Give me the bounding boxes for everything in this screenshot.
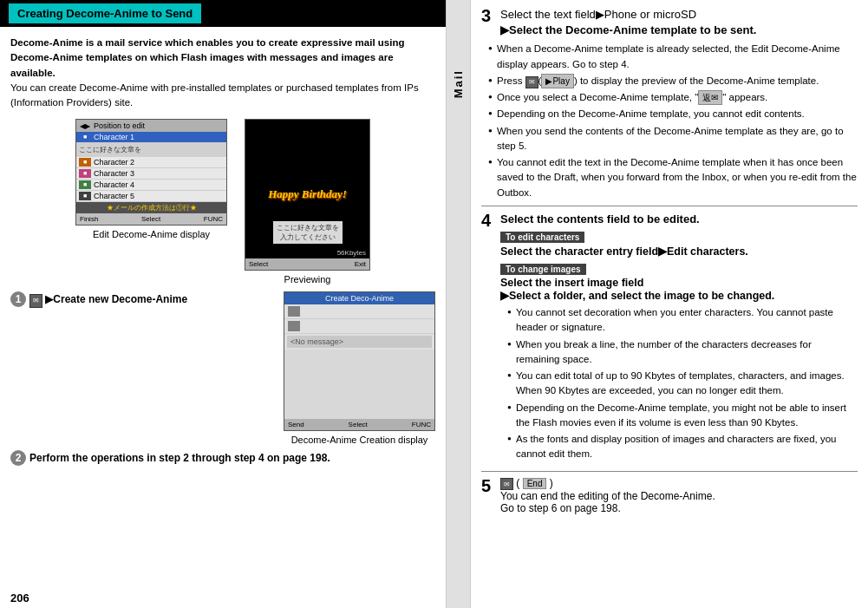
step2-content: Perform the operations in step 2 through… (29, 450, 435, 466)
preview-screen: Happy Birthday! ここに好きな文章を入力してください 56Kbyt… (245, 119, 370, 271)
bullet-item: When a Decome-Anime template is already … (488, 42, 858, 72)
deco-header: Create Deco-Anime (284, 292, 434, 304)
step4-section: 4 Select the contents field to be edited… (481, 212, 858, 467)
deco-screen: Create Deco-Anime <No message> Send (284, 291, 435, 431)
bullet-item: When you send the contents of the Decome… (488, 124, 858, 154)
step1-section: 1 ✉ ▶Create new Decome-Anime Create Deco… (10, 291, 435, 445)
bullet-item: You cannot set decoration when you enter… (507, 305, 858, 336)
step5-text1: You can end the editing of the Decome-An… (500, 490, 715, 502)
bullet-item: You can edit total of up to 90 Kbytes of… (507, 369, 858, 399)
bullet-item: As the fonts and display position of ima… (507, 432, 858, 462)
char-row-4: ■ Character 4 (76, 180, 226, 191)
divider (481, 206, 858, 206)
tag-edit-chars: To edit characters (500, 232, 584, 243)
edit-screen-label: Edit Decome-Anime display (93, 229, 210, 239)
bullet-item: You cannot edit the text in the Decome-A… (488, 155, 858, 200)
edit-screen: ◀▶ Position to edit ■ Character 1 ここに好きな… (75, 119, 227, 226)
step2-row: 2 Perform the operations in step 2 throu… (10, 450, 435, 466)
deco-row-2 (284, 319, 434, 334)
bullet-item: Depending on the Decome-Anime template, … (507, 401, 858, 431)
preview-size: 56Kbytes (337, 249, 366, 257)
divider2 (481, 471, 858, 472)
char-row-2: ■ Character 2 (76, 157, 226, 168)
step4-content: Select the contents field to be edited. (500, 212, 858, 227)
preview-label: Previewing (284, 274, 331, 284)
preview-screen-container: Happy Birthday! ここに好きな文章を入力してください 56Kbyt… (245, 119, 370, 284)
sidebar-label: Mail (452, 69, 465, 98)
title-text: Creating Decome-Anime to Send (9, 3, 201, 23)
bullet-item: Depending on the Decome-Anime template, … (488, 107, 858, 121)
screens-row: ◀▶ Position to edit ■ Character 1 ここに好きな… (10, 119, 435, 284)
step4-bullets: You cannot set decoration when you enter… (507, 305, 858, 462)
sidebar: Mail (447, 0, 471, 608)
title-bar: Creating Decome-Anime to Send (0, 0, 446, 27)
step1-content: ✉ ▶Create new Decome-Anime (29, 291, 271, 308)
step5-number: 5 (481, 477, 497, 494)
deco-row-1 (284, 304, 434, 319)
preview-birthday-text: Happy Birthday! (268, 187, 347, 202)
deco-label: Decome-Anime Creation display (291, 435, 428, 445)
tag-change-images: To change images (500, 264, 586, 275)
char-row-3: ■ Character 3 (76, 168, 226, 180)
step4-number: 4 (481, 212, 497, 229)
deco-no-message: <No message> (287, 336, 432, 348)
step4-sub2: Select the insert image field (500, 277, 643, 289)
step3-bullets: When a Decome-Anime template is already … (488, 42, 858, 200)
char-row-5: ■ Character 5 (76, 191, 226, 202)
deco-footer: Send Select FUNC (284, 419, 434, 430)
step3-number: 3 (481, 7, 497, 24)
step2-number: 2 (10, 450, 26, 466)
left-panel: Creating Decome-Anime to Send Decome-Ani… (0, 0, 447, 608)
char-row-1: ■ Character 1 (76, 132, 226, 143)
step5-section: 5 ✉ ( End ) You can end the editing of t… (481, 477, 858, 515)
step3-content: Select the text field▶Phone or microSD ▶… (500, 7, 756, 38)
step5-end-badge: End (523, 478, 547, 489)
step5-mail-icon: ✉ (500, 478, 513, 490)
left-content: Decome-Anime is a mail service which ena… (0, 27, 446, 588)
step1-row: 1 ✉ ▶Create new Decome-Anime Create Deco… (10, 291, 435, 445)
bullet-item: Press ✉(▶Play) to display the preview of… (488, 74, 858, 88)
edit-screen-container: ◀▶ Position to edit ■ Character 1 ここに好きな… (75, 119, 227, 284)
screen-header: ◀▶ Position to edit (76, 120, 226, 132)
step5-text2: Go to step 6 on page 198. (500, 502, 621, 514)
step1-number: 1 (10, 291, 26, 307)
page-number: 206 (0, 588, 446, 608)
deco-screen-container: Create Deco-Anime <No message> Send (284, 291, 435, 445)
right-panel: 3 Select the text field▶Phone or microSD… (471, 0, 868, 608)
bullet-item: Once you select a Decome-Anime template,… (488, 90, 858, 105)
intro-text: Decome-Anime is a mail service which ena… (10, 36, 435, 110)
step3-section: 3 Select the text field▶Phone or microSD… (481, 7, 858, 38)
step4-sub3: ▶Select a folder, and select the image t… (500, 290, 774, 302)
mail-icon: ✉ (29, 294, 42, 308)
screen-footer: Finish Select FUNC (76, 213, 226, 225)
preview-footer: Select Exit (245, 258, 369, 270)
deco-empty-area (284, 350, 434, 419)
bullet-item: When you break a line, the number of the… (507, 337, 858, 368)
step4-sub1: Select the character entry field▶Edit ch… (500, 245, 748, 258)
